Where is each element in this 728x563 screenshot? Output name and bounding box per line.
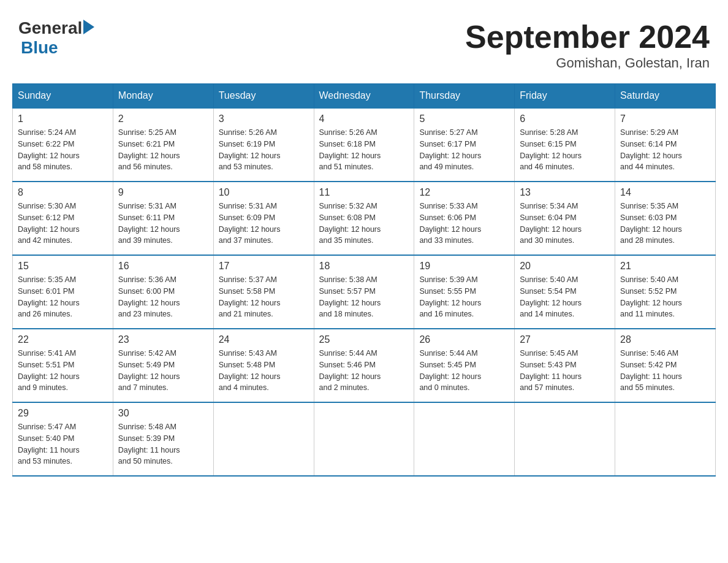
calendar-cell: 17Sunrise: 5:37 AM Sunset: 5:58 PM Dayli… (213, 255, 314, 329)
day-number: 13 (520, 187, 610, 198)
day-info: Sunrise: 5:31 AM Sunset: 6:11 PM Dayligh… (118, 201, 208, 247)
day-number: 18 (319, 261, 409, 272)
title-section: September 2024 Gomishan, Golestan, Iran (465, 18, 710, 71)
calendar-cell: 5Sunrise: 5:27 AM Sunset: 6:17 PM Daylig… (414, 108, 515, 182)
day-info: Sunrise: 5:29 AM Sunset: 6:14 PM Dayligh… (620, 127, 710, 173)
day-number: 19 (419, 261, 509, 272)
day-number: 3 (219, 113, 309, 124)
day-number: 14 (620, 187, 710, 198)
day-number: 29 (18, 408, 108, 419)
day-number: 8 (18, 187, 108, 198)
day-number: 17 (219, 261, 309, 272)
logo-arrow-icon (83, 20, 94, 34)
day-number: 26 (419, 334, 509, 345)
day-info: Sunrise: 5:41 AM Sunset: 5:51 PM Dayligh… (18, 348, 108, 394)
day-number: 30 (118, 408, 208, 419)
logo-blue-text: Blue (21, 38, 94, 58)
day-info: Sunrise: 5:38 AM Sunset: 5:57 PM Dayligh… (319, 274, 409, 320)
calendar-cell: 15Sunrise: 5:35 AM Sunset: 6:01 PM Dayli… (13, 255, 113, 329)
calendar-cell: 30Sunrise: 5:48 AM Sunset: 5:39 PM Dayli… (113, 402, 213, 476)
day-number: 5 (419, 113, 509, 124)
column-header-saturday: Saturday (615, 84, 716, 109)
calendar-cell: 4Sunrise: 5:26 AM Sunset: 6:18 PM Daylig… (314, 108, 414, 182)
day-number: 28 (620, 334, 710, 345)
day-info: Sunrise: 5:26 AM Sunset: 6:19 PM Dayligh… (219, 127, 309, 173)
calendar-cell: 22Sunrise: 5:41 AM Sunset: 5:51 PM Dayli… (13, 329, 113, 402)
page-header: General Blue September 2024 Gomishan, Go… (12, 12, 716, 71)
day-info: Sunrise: 5:40 AM Sunset: 5:54 PM Dayligh… (520, 274, 610, 320)
day-number: 6 (520, 113, 610, 124)
day-number: 24 (219, 334, 309, 345)
day-info: Sunrise: 5:35 AM Sunset: 6:01 PM Dayligh… (18, 274, 108, 320)
calendar-cell: 6Sunrise: 5:28 AM Sunset: 6:15 PM Daylig… (515, 108, 615, 182)
day-info: Sunrise: 5:36 AM Sunset: 6:00 PM Dayligh… (118, 274, 208, 320)
day-number: 16 (118, 261, 208, 272)
column-header-sunday: Sunday (13, 84, 113, 109)
day-info: Sunrise: 5:32 AM Sunset: 6:08 PM Dayligh… (319, 201, 409, 247)
calendar-cell (314, 402, 414, 476)
calendar-cell (615, 402, 716, 476)
calendar-cell (515, 402, 615, 476)
day-number: 4 (319, 113, 409, 124)
column-header-friday: Friday (515, 84, 615, 109)
calendar-cell: 28Sunrise: 5:46 AM Sunset: 5:42 PM Dayli… (615, 329, 716, 402)
day-info: Sunrise: 5:30 AM Sunset: 6:12 PM Dayligh… (18, 201, 108, 247)
calendar-cell: 20Sunrise: 5:40 AM Sunset: 5:54 PM Dayli… (515, 255, 615, 329)
calendar-cell: 1Sunrise: 5:24 AM Sunset: 6:22 PM Daylig… (13, 108, 113, 182)
column-header-wednesday: Wednesday (314, 84, 414, 109)
calendar-cell: 2Sunrise: 5:25 AM Sunset: 6:21 PM Daylig… (113, 108, 213, 182)
day-info: Sunrise: 5:34 AM Sunset: 6:04 PM Dayligh… (520, 201, 610, 247)
day-info: Sunrise: 5:39 AM Sunset: 5:55 PM Dayligh… (419, 274, 509, 320)
calendar-cell: 9Sunrise: 5:31 AM Sunset: 6:11 PM Daylig… (113, 182, 213, 255)
calendar-cell: 11Sunrise: 5:32 AM Sunset: 6:08 PM Dayli… (314, 182, 414, 255)
day-info: Sunrise: 5:47 AM Sunset: 5:40 PM Dayligh… (18, 421, 108, 467)
logo: General Blue (18, 18, 94, 58)
calendar-cell: 19Sunrise: 5:39 AM Sunset: 5:55 PM Dayli… (414, 255, 515, 329)
day-number: 7 (620, 113, 710, 124)
calendar-cell: 7Sunrise: 5:29 AM Sunset: 6:14 PM Daylig… (615, 108, 716, 182)
day-number: 15 (18, 261, 108, 272)
day-number: 1 (18, 113, 108, 124)
day-number: 25 (319, 334, 409, 345)
day-number: 10 (219, 187, 309, 198)
day-info: Sunrise: 5:27 AM Sunset: 6:17 PM Dayligh… (419, 127, 509, 173)
calendar-cell (414, 402, 515, 476)
calendar-cell: 29Sunrise: 5:47 AM Sunset: 5:40 PM Dayli… (13, 402, 113, 476)
calendar-cell: 18Sunrise: 5:38 AM Sunset: 5:57 PM Dayli… (314, 255, 414, 329)
day-info: Sunrise: 5:33 AM Sunset: 6:06 PM Dayligh… (419, 201, 509, 247)
day-number: 21 (620, 261, 710, 272)
day-number: 12 (419, 187, 509, 198)
day-info: Sunrise: 5:46 AM Sunset: 5:42 PM Dayligh… (620, 348, 710, 394)
column-header-tuesday: Tuesday (213, 84, 314, 109)
day-info: Sunrise: 5:44 AM Sunset: 5:45 PM Dayligh… (419, 348, 509, 394)
calendar-cell: 26Sunrise: 5:44 AM Sunset: 5:45 PM Dayli… (414, 329, 515, 402)
calendar-cell: 8Sunrise: 5:30 AM Sunset: 6:12 PM Daylig… (13, 182, 113, 255)
calendar-cell: 14Sunrise: 5:35 AM Sunset: 6:03 PM Dayli… (615, 182, 716, 255)
column-header-thursday: Thursday (414, 84, 515, 109)
day-info: Sunrise: 5:44 AM Sunset: 5:46 PM Dayligh… (319, 348, 409, 394)
day-info: Sunrise: 5:25 AM Sunset: 6:21 PM Dayligh… (118, 127, 208, 173)
day-number: 11 (319, 187, 409, 198)
day-info: Sunrise: 5:40 AM Sunset: 5:52 PM Dayligh… (620, 274, 710, 320)
month-title: September 2024 (465, 18, 710, 55)
day-number: 22 (18, 334, 108, 345)
calendar-cell: 13Sunrise: 5:34 AM Sunset: 6:04 PM Dayli… (515, 182, 615, 255)
day-info: Sunrise: 5:35 AM Sunset: 6:03 PM Dayligh… (620, 201, 710, 247)
day-info: Sunrise: 5:42 AM Sunset: 5:49 PM Dayligh… (118, 348, 208, 394)
day-info: Sunrise: 5:26 AM Sunset: 6:18 PM Dayligh… (319, 127, 409, 173)
calendar-cell: 3Sunrise: 5:26 AM Sunset: 6:19 PM Daylig… (213, 108, 314, 182)
day-number: 20 (520, 261, 610, 272)
calendar-cell: 27Sunrise: 5:45 AM Sunset: 5:43 PM Dayli… (515, 329, 615, 402)
calendar-cell: 12Sunrise: 5:33 AM Sunset: 6:06 PM Dayli… (414, 182, 515, 255)
calendar-cell: 16Sunrise: 5:36 AM Sunset: 6:00 PM Dayli… (113, 255, 213, 329)
calendar-cell: 25Sunrise: 5:44 AM Sunset: 5:46 PM Dayli… (314, 329, 414, 402)
day-info: Sunrise: 5:45 AM Sunset: 5:43 PM Dayligh… (520, 348, 610, 394)
calendar-cell: 23Sunrise: 5:42 AM Sunset: 5:49 PM Dayli… (113, 329, 213, 402)
day-info: Sunrise: 5:37 AM Sunset: 5:58 PM Dayligh… (219, 274, 309, 320)
day-info: Sunrise: 5:24 AM Sunset: 6:22 PM Dayligh… (18, 127, 108, 173)
calendar-cell: 24Sunrise: 5:43 AM Sunset: 5:48 PM Dayli… (213, 329, 314, 402)
calendar-cell (213, 402, 314, 476)
location-title: Gomishan, Golestan, Iran (465, 55, 710, 71)
day-number: 9 (118, 187, 208, 198)
column-header-monday: Monday (113, 84, 213, 109)
